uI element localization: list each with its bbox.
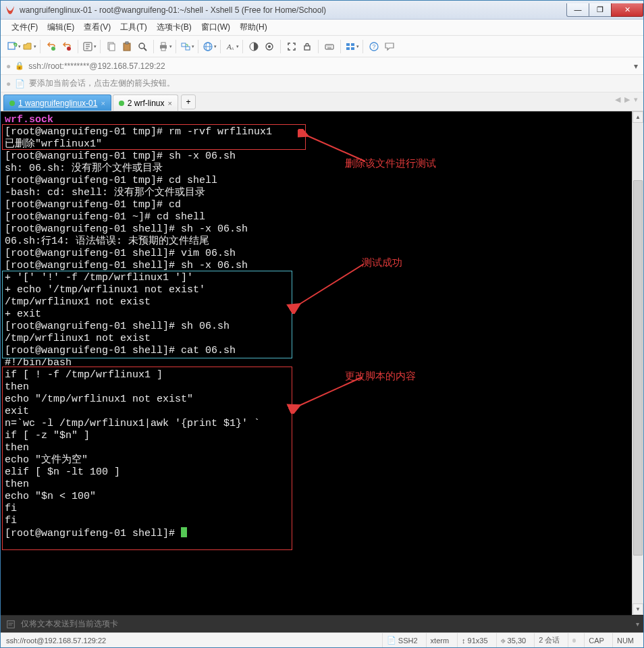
tab-nav: ◀ ▶ ▾ <box>614 95 639 104</box>
svg-point-32 <box>329 45 330 46</box>
svg-rect-34 <box>327 47 331 48</box>
input-placeholder[interactable]: 仅将文本发送到当前选项卡 <box>21 618 632 630</box>
svg-rect-16 <box>161 43 165 45</box>
status-proto: 📄 SSH2 <box>382 633 422 647</box>
svg-rect-19 <box>186 47 190 50</box>
properties-button[interactable]: ▾ <box>82 39 97 54</box>
status-addr: ssh://root@192.168.57.129:22 <box>6 637 106 645</box>
find-button[interactable] <box>135 39 150 54</box>
globe-button[interactable]: ▾ <box>202 39 217 54</box>
svg-rect-37 <box>346 47 350 50</box>
svg-point-30 <box>327 45 327 46</box>
svg-point-27 <box>268 45 271 48</box>
addr-bullet-icon: ● <box>6 61 11 71</box>
lock-button[interactable] <box>300 39 315 54</box>
svg-point-33 <box>331 45 331 46</box>
open-session-button[interactable]: ▾ <box>22 39 36 54</box>
tab-1[interactable]: 1 wangruifenglinux-01 × <box>3 94 111 111</box>
input-dropdown[interactable]: ▾ <box>636 620 639 628</box>
status-dot-icon <box>119 101 124 106</box>
minimize-button[interactable]: — <box>566 3 589 17</box>
menu-file[interactable]: 文件(F) <box>7 20 42 35</box>
menu-window[interactable]: 窗口(W) <box>197 20 234 35</box>
tab-next-button[interactable]: ▶ <box>623 95 631 104</box>
app-window: wangruifenglinux-01 - root@wangruifeng-0… <box>0 0 644 648</box>
status-size: ↕ 91x35 <box>457 633 491 647</box>
titlebar: wangruifenglinux-01 - root@wangruifeng-0… <box>1 1 643 20</box>
terminal[interactable]: wrf.sock [root@wangruifeng-01 tmp]# rm -… <box>1 111 632 615</box>
feedback-button[interactable] <box>382 39 397 54</box>
scroll-up-button[interactable]: ▲ <box>633 111 643 123</box>
hint-text: 要添加当前会话，点击左侧的箭头按钮。 <box>29 78 175 89</box>
scroll-down-button[interactable]: ▼ <box>633 603 643 615</box>
font-button[interactable]: AA▾ <box>224 39 239 54</box>
tab-label: 2 wrf-linux <box>128 99 165 108</box>
svg-rect-18 <box>182 43 186 47</box>
status-cap: CAP <box>584 633 608 647</box>
tab-2[interactable]: 2 wrf-linux × <box>113 94 178 111</box>
hintbar: ● 📄 要添加当前会话，点击左侧的箭头按钮。 <box>1 75 643 92</box>
svg-line-14 <box>144 48 146 51</box>
copy-button[interactable] <box>104 39 119 54</box>
svg-rect-10 <box>109 44 115 51</box>
svg-point-13 <box>139 43 144 49</box>
menu-edit[interactable]: 编辑(E) <box>43 20 78 35</box>
menu-help[interactable]: 帮助(H) <box>236 20 271 35</box>
tab-label: 1 wangruifenglinux-01 <box>18 99 97 108</box>
highlight-button[interactable] <box>262 39 277 54</box>
new-session-button[interactable]: +▾ <box>6 39 21 54</box>
status-term: xterm <box>426 633 454 647</box>
menu-tools[interactable]: 工具(T) <box>116 20 151 35</box>
compose-icon[interactable] <box>5 618 17 630</box>
lock-icon: 🔒 <box>15 61 24 70</box>
help-button[interactable]: ? <box>367 39 381 54</box>
status-pos: ⎆ 35,30 <box>496 633 531 647</box>
tab-close-icon[interactable]: × <box>101 99 105 107</box>
svg-text:+: + <box>14 43 16 47</box>
reconnect-button[interactable] <box>44 39 59 54</box>
keyboard-button[interactable] <box>322 39 337 54</box>
menu-tabs[interactable]: 选项卡(B) <box>153 20 196 35</box>
svg-rect-28 <box>304 46 310 50</box>
svg-rect-11 <box>124 43 130 51</box>
svg-point-31 <box>328 45 329 46</box>
scrollbar[interactable]: ▲ ▼ <box>632 111 643 615</box>
svg-point-4 <box>67 47 71 51</box>
transfer-button[interactable]: ▾ <box>180 39 194 54</box>
terminal-wrap: wrf.sock [root@wangruifeng-01 tmp]# rm -… <box>1 111 643 615</box>
statusbar: ssh://root@192.168.57.129:22 📄 SSH2 xter… <box>1 632 643 647</box>
window-title: wangruifenglinux-01 - root@wangruifeng-0… <box>20 5 567 15</box>
add-tab-button[interactable]: + <box>181 94 196 109</box>
svg-rect-35 <box>346 43 350 46</box>
tabstrip: 1 wangruifenglinux-01 × 2 wrf-linux × + … <box>1 92 643 111</box>
maximize-button[interactable]: ❐ <box>589 3 612 17</box>
scrollbar-thumb[interactable] <box>633 180 643 555</box>
fullscreen-button[interactable] <box>284 39 299 54</box>
inputbar: 仅将文本发送到当前选项卡 ▾ <box>1 615 643 632</box>
paste-button[interactable] <box>119 39 134 54</box>
menu-view[interactable]: 查看(V) <box>80 20 115 35</box>
status-sess: 2 会话 <box>534 633 564 647</box>
status-spacer <box>568 633 580 647</box>
disconnect-button[interactable] <box>59 39 74 54</box>
scrollbar-track[interactable] <box>633 123 643 603</box>
tab-close-icon[interactable]: × <box>168 99 172 107</box>
addressbar: ● 🔒 ssh://root:********@192.168.57.129:2… <box>1 57 643 75</box>
svg-point-3 <box>51 47 55 51</box>
hint-bullet-icon: ● <box>6 79 11 88</box>
svg-rect-44 <box>7 620 15 628</box>
address-dropdown[interactable]: ▾ <box>634 61 638 71</box>
print-button[interactable]: ▾ <box>157 39 172 54</box>
svg-rect-36 <box>351 43 354 46</box>
app-icon <box>5 5 16 16</box>
tab-prev-button[interactable]: ◀ <box>614 95 622 104</box>
window-buttons: — ❐ ✕ <box>567 3 643 17</box>
color-scheme-button[interactable] <box>246 39 261 54</box>
address-text[interactable]: ssh://root:********@192.168.57.129:22 <box>28 61 630 71</box>
tab-list-button[interactable]: ▾ <box>633 95 639 104</box>
layout-button[interactable]: ▾ <box>344 39 359 54</box>
bookmark-icon[interactable]: 📄 <box>15 79 25 88</box>
close-button[interactable]: ✕ <box>611 3 643 17</box>
svg-text:?: ? <box>372 43 375 50</box>
svg-rect-29 <box>325 45 333 49</box>
